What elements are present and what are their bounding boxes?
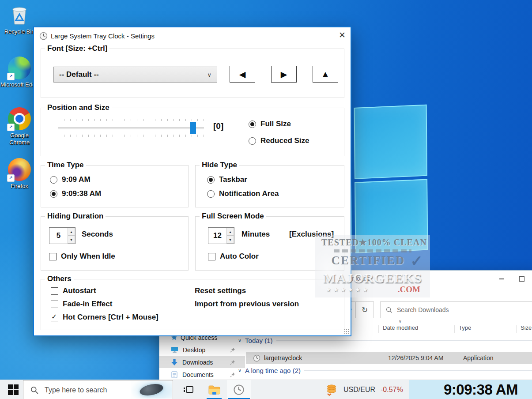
- refresh-icon: ↻: [362, 305, 368, 315]
- explorer-search-box[interactable]: Search Downloads: [380, 301, 532, 318]
- clock-app-icon: [39, 32, 48, 40]
- search-highlight-image[interactable]: [131, 381, 172, 399]
- pin-icon: [230, 372, 235, 377]
- radio-full-size[interactable]: Full Size: [249, 120, 291, 128]
- sidebar-item-downloads[interactable]: Downloads: [159, 356, 245, 368]
- position-slider-track[interactable]: [58, 127, 204, 129]
- import-previous-link[interactable]: Import from previous version: [195, 300, 299, 309]
- arrow-right-icon: ▶: [281, 69, 287, 79]
- task-view-button[interactable]: [179, 380, 198, 399]
- spin-up-icon[interactable]: ▲: [226, 228, 234, 236]
- large-tray-clock[interactable]: 9:09:38 AM: [409, 380, 532, 399]
- checkbox-autostart[interactable]: Autostart: [51, 286, 96, 295]
- spinner-value: 5: [49, 228, 68, 244]
- maximize-button[interactable]: [512, 271, 532, 287]
- font-group: Font [Size: +Ctrl] -- Default -- ∨ ◀ ▶ ▲: [41, 49, 344, 98]
- task-view-icon: [184, 386, 194, 394]
- column-header-type[interactable]: Type: [459, 324, 471, 331]
- spin-up-icon[interactable]: ▲: [68, 228, 75, 236]
- radio-icon: [50, 190, 57, 198]
- sidebar-item-desktop[interactable]: Desktop: [159, 344, 245, 356]
- radio-time-long[interactable]: 9:09:38 AM: [50, 189, 101, 198]
- seconds-spinner[interactable]: 5 ▲▼: [49, 227, 75, 244]
- group-header-long-time-ago[interactable]: ∨ A long time ago (2): [238, 367, 532, 374]
- clock-app-icon: [233, 384, 245, 395]
- column-header-date-modified[interactable]: Date modified: [383, 324, 418, 331]
- column-separator: [454, 325, 455, 333]
- spin-down-icon[interactable]: ▼: [226, 236, 234, 244]
- spin-down-icon[interactable]: ▼: [68, 236, 75, 244]
- group-label: Hiding Duration: [45, 212, 106, 221]
- full-screen-mode-group: Full Screen Mode 12 ▲▼ Minutes [Exclusio…: [195, 216, 344, 271]
- sidebar-item-documents[interactable]: Documents: [159, 369, 245, 380]
- chevron-down-icon: ∨: [207, 72, 211, 78]
- group-header-today[interactable]: ∨ Today (1): [238, 337, 532, 344]
- radio-taskbar[interactable]: Taskbar: [207, 175, 247, 184]
- edge-icon: ↗: [8, 56, 31, 79]
- shortcut-arrow-icon: ↗: [7, 124, 15, 131]
- column-header-size[interactable]: Size: [521, 324, 532, 331]
- refresh-button[interactable]: ↻: [355, 301, 374, 318]
- file-type: Application: [463, 354, 494, 361]
- minimize-button[interactable]: [491, 271, 512, 287]
- group-header-label: Today (1): [245, 337, 273, 344]
- radio-reduced-size[interactable]: Reduced Size: [249, 136, 309, 145]
- resize-grip[interactable]: [344, 329, 349, 334]
- font-up-button[interactable]: ▲: [313, 66, 338, 83]
- radio-time-short[interactable]: 9:09 AM: [50, 175, 91, 184]
- group-label: Hide Type: [200, 161, 239, 169]
- shortcut-arrow-icon: ↗: [7, 73, 15, 80]
- group-label: Position and Size: [45, 103, 112, 112]
- start-button[interactable]: [4, 380, 22, 399]
- reset-settings-link[interactable]: Reset settings: [195, 286, 246, 295]
- taskbar-file-explorer-button[interactable]: [202, 380, 226, 399]
- group-label: Time Type: [45, 161, 86, 169]
- search-icon: [30, 386, 38, 394]
- chevron-down-icon: ∨: [238, 368, 241, 373]
- shortcut-arrow-icon: ↗: [7, 174, 15, 182]
- settings-dialog: Large System Tray Clock - Settings ✕ Fon…: [33, 26, 351, 336]
- column-separator: [516, 325, 517, 333]
- checkbox-icon: [208, 253, 215, 260]
- checkbox-icon: [49, 253, 57, 260]
- close-icon[interactable]: ✕: [339, 30, 346, 40]
- radio-notification-area[interactable]: Notification Area: [207, 189, 279, 198]
- taskbar-search-box[interactable]: Type here to search: [23, 380, 173, 399]
- minutes-spinner[interactable]: 12 ▲▼: [208, 227, 234, 244]
- checkbox-only-when-idle[interactable]: Only When Idle: [49, 252, 115, 261]
- file-explorer-icon: [208, 385, 220, 395]
- group-label: Font [Size: +Ctrl]: [45, 44, 109, 53]
- position-slider-thumb[interactable]: [190, 122, 196, 134]
- pin-icon: [230, 360, 235, 365]
- file-date: 12/26/2025 9:04 AM: [388, 354, 443, 361]
- font-next-button[interactable]: ▶: [271, 66, 297, 83]
- spinner-value: 12: [208, 228, 226, 244]
- exclusions-link[interactable]: [Exclusions]: [289, 230, 334, 239]
- font-prev-button[interactable]: ◀: [230, 66, 255, 83]
- minutes-label: Minutes: [241, 230, 270, 239]
- position-size-group: Position and Size [0] Full Size Reduced …: [41, 108, 344, 156]
- checkbox-fade-in[interactable]: Fade-in Effect: [51, 300, 112, 309]
- clock-file-icon: [253, 354, 260, 362]
- radio-label: 9:09 AM: [62, 175, 91, 184]
- hiding-duration-group: Hiding Duration 5 ▲▼ Seconds Only When I…: [41, 216, 189, 271]
- checkbox-icon: [51, 301, 58, 308]
- group-label: Full Screen Mode: [200, 212, 266, 221]
- checkbox-label: Hot Corners [Ctrl + Mouse]: [63, 313, 158, 322]
- checkbox-auto-color[interactable]: Auto Color: [208, 252, 259, 261]
- slider-ticks-bottom: [58, 135, 204, 137]
- checkbox-hot-corners[interactable]: Hot Corners [Ctrl + Mouse]: [51, 313, 158, 322]
- checkbox-icon: [51, 314, 58, 321]
- font-dropdown[interactable]: -- Default -- ∨: [53, 67, 217, 83]
- group-rule: [276, 340, 532, 341]
- chevron-down-icon: ∨: [238, 338, 241, 343]
- taskbar-clock-app-button[interactable]: [227, 380, 251, 399]
- ticker-change-value: -0.57%: [381, 386, 403, 394]
- dialog-title: Large System Tray Clock - Settings: [51, 32, 155, 40]
- explorer-search-placeholder: Search Downloads: [397, 306, 449, 313]
- currency-ticker[interactable]: USD/EUR -0.57%: [322, 380, 406, 399]
- file-row-largetrayclock[interactable]: largetrayclock 12/26/2025 9:04 AM Applic…: [246, 352, 532, 364]
- font-dropdown-value: -- Default --: [59, 70, 99, 79]
- group-header-label: A long time ago (2): [245, 367, 301, 374]
- checkbox-label: Auto Color: [220, 252, 259, 261]
